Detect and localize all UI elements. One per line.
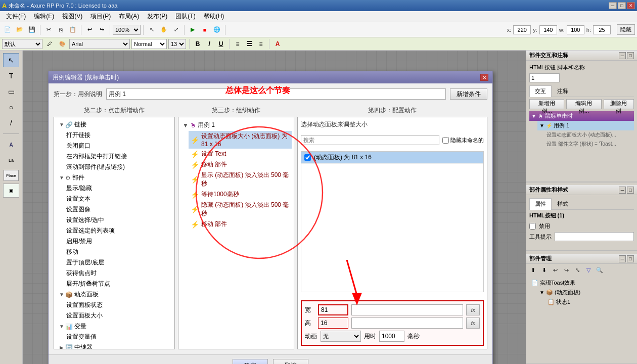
wmgr-max-btn[interactable]: □ (627, 255, 634, 262)
action-item-3[interactable]: ⚡ 显示 (动态面板) 淡入淡出 500 毫秒 (189, 170, 292, 189)
widget-tree-root[interactable]: 📄 实现Toast效果 (528, 278, 635, 288)
maximize-button[interactable]: □ (618, 2, 626, 9)
wmgr-search-btn[interactable]: 🔍 (595, 265, 605, 275)
move-btn[interactable]: ✋ (158, 24, 169, 35)
tree-item-showhide[interactable]: 显示/隐藏 (64, 183, 172, 194)
style-tab[interactable]: 样式 (552, 198, 574, 209)
state1-item[interactable]: 📋 状态1 (544, 297, 635, 307)
open-btn[interactable]: 📂 (14, 24, 25, 35)
action-item-5[interactable]: ⚡ 隐藏 (动态面板) 淡入淡出 500 毫秒 (189, 200, 292, 219)
zoom-select[interactable]: 100% (113, 25, 141, 35)
tree-item-setimage[interactable]: 设置图像 (64, 204, 172, 215)
play-btn[interactable]: ▶ (187, 24, 198, 35)
step1-input[interactable] (106, 88, 446, 100)
width-fx-button[interactable]: fx (466, 304, 480, 315)
hide-button[interactable]: 隐藏 (617, 24, 635, 35)
undo-btn[interactable]: ↩ (84, 24, 95, 35)
rect-tool[interactable]: ▭ (3, 84, 19, 99)
disabled-checkbox[interactable] (529, 223, 536, 230)
html-btn-name-input[interactable] (529, 73, 560, 82)
wmgr-min-btn[interactable]: ─ (619, 255, 626, 262)
tree-item-focus[interactable]: 获得焦点时 (64, 268, 172, 279)
italic-btn[interactable]: I (204, 39, 214, 49)
tree-item-openlink[interactable]: 打开链接 (64, 130, 172, 141)
add-condition-button[interactable]: 新增条件 (450, 88, 487, 100)
close-button[interactable]: ✕ (627, 2, 635, 9)
wmgr-btn-1[interactable]: ⬆ (528, 265, 538, 275)
step3-list[interactable]: ▼ 🖱 用例 1 ⚡ 设置动态面板大小 (动态面板) 为 81 x 16 (178, 117, 294, 349)
hide-unnamed-checkbox[interactable] (442, 137, 449, 144)
step2-list[interactable]: ▼ 🔗 链接 打开链接 关闭窗口 在内部框架中打开链接 滚动到部件(锚点链接) (54, 117, 175, 349)
minimize-button[interactable]: ─ (609, 2, 617, 9)
underline-btn[interactable]: U (216, 39, 226, 49)
menu-publish[interactable]: 发布(P) (143, 11, 171, 22)
new-btn[interactable]: 📄 (2, 24, 13, 35)
prop-panel-controls[interactable]: ─ □ (619, 187, 634, 194)
notes-tab[interactable]: 注释 (552, 85, 574, 97)
component-list[interactable]: (动态面板) 为 81 x 16 (301, 151, 484, 292)
redo-btn[interactable]: ↪ (96, 24, 107, 35)
copy-btn[interactable]: ⎘ (55, 24, 66, 35)
action-item-2[interactable]: ⚡ 移动 部件 (189, 159, 292, 170)
toggle-dynpanel[interactable]: ▼ (58, 291, 65, 298)
style-select[interactable]: 默认 (2, 39, 42, 49)
case-toggle[interactable]: ▼ (539, 123, 544, 128)
widget-a[interactable]: A (3, 138, 19, 152)
y-input[interactable] (539, 25, 557, 34)
panel-controls[interactable]: ─ □ (619, 52, 634, 59)
panel-minimize-btn[interactable]: ─ (619, 52, 626, 59)
tree-item-settext[interactable]: 设置文本 (64, 194, 172, 204)
x-input[interactable] (513, 25, 531, 34)
bold-btn[interactable]: B (193, 39, 203, 49)
wmgr-btn-5[interactable]: ⤡ (572, 265, 582, 275)
toggle-repeater[interactable]: ▶ (58, 344, 65, 350)
tree-item-setvar[interactable]: 设置变量值 (64, 332, 172, 342)
tree-item-scroll[interactable]: 滚动到部件(锚点链接) (64, 162, 172, 172)
wmgr-btn-3[interactable]: ↩ (550, 265, 560, 275)
widget-label[interactable]: La (3, 153, 19, 167)
tree-section-repeater[interactable]: ▶ 🔄 中继器 (56, 342, 172, 349)
new-case-btn[interactable]: 新增用例... (529, 99, 564, 109)
tree-item-setlistitem[interactable]: 设置选定的列表项 (64, 225, 172, 236)
time-input[interactable] (379, 331, 404, 342)
paint-btn[interactable]: 🎨 (57, 38, 68, 50)
font-size-select[interactable]: 13 (168, 39, 186, 49)
edit-case-btn[interactable]: 编辑用例... (566, 99, 601, 109)
tree-item-move[interactable]: 移动 (64, 247, 172, 257)
paste-btn[interactable]: 📋 (67, 24, 78, 35)
interact-tab[interactable]: 交互 (529, 85, 552, 97)
height-fx-button[interactable]: fx (466, 317, 480, 329)
select-btn[interactable]: ↖ (146, 24, 157, 35)
select-tool[interactable]: ↖ (3, 53, 19, 67)
tooltip-input[interactable] (555, 232, 634, 241)
anim-select[interactable]: 无 (321, 331, 361, 342)
width-formula-area[interactable] (351, 304, 463, 315)
align-center-btn[interactable]: ☰ (244, 39, 254, 49)
action-item-1[interactable]: ⚡ 设置 Text (189, 149, 292, 159)
tree-item-expand[interactable]: 展开/折叠树节点 (64, 279, 172, 289)
usecase-root-toggle[interactable]: ▼ (183, 122, 189, 129)
wmgr-filter-btn[interactable]: ▽ (583, 265, 594, 275)
menu-layout[interactable]: 布局(A) (115, 11, 143, 22)
tree-item-closewin[interactable]: 关闭窗口 (64, 141, 172, 151)
tree-item-setselect[interactable]: 设置选择/选中 (64, 215, 172, 225)
widget-unknown[interactable]: ▣ (3, 184, 19, 198)
wmgr-btn-4[interactable]: ↪ (561, 265, 571, 275)
tree-item-zlayer[interactable]: 置于顶层/底层 (64, 257, 172, 268)
h-input[interactable] (593, 25, 611, 34)
search-input[interactable] (301, 135, 439, 145)
menu-team[interactable]: 团队(T) (171, 11, 199, 22)
font-select[interactable]: Arial (69, 39, 130, 49)
menu-file[interactable]: 文件(F) (2, 11, 30, 22)
menu-project[interactable]: 项目(P) (86, 11, 115, 22)
wmgr-controls[interactable]: ─ □ (619, 255, 634, 262)
style-picker-btn[interactable]: 🖊 (44, 38, 55, 50)
action-item-0[interactable]: ⚡ 设置动态面板大小 (动态面板) 为 81 x 16 (189, 131, 292, 149)
width-input[interactable] (318, 304, 348, 315)
prop-panel-max-btn[interactable]: □ (627, 187, 634, 194)
tree-section-var[interactable]: ▼ 📊 变量 (56, 321, 172, 332)
action-item-6[interactable]: ⚡ 移动 部件 (189, 219, 292, 230)
prop-panel-min-btn[interactable]: ─ (619, 187, 626, 194)
connect-btn[interactable]: ⤢ (170, 24, 181, 35)
dynpanel-tree-item[interactable]: ▼ 📦 (动态面板) (536, 288, 635, 297)
